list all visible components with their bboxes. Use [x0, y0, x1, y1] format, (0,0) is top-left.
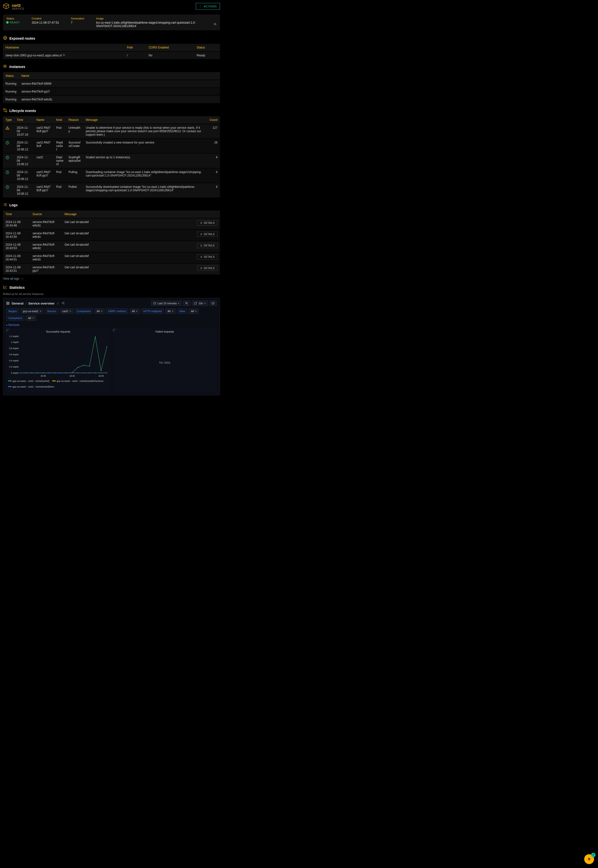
details-button[interactable]: DETAILS	[197, 232, 217, 237]
svg-text:1.2 reqs/s: 1.2 reqs/s	[9, 335, 19, 337]
tv-mode-button[interactable]	[209, 301, 217, 306]
svg-rect-74	[212, 303, 214, 304]
svg-text:0.2 reqs/s: 0.2 reqs/s	[9, 365, 19, 368]
filter-select[interactable]: All ▾	[130, 309, 140, 314]
generation-label: Generation	[71, 17, 84, 20]
status-value: READY	[10, 21, 20, 24]
legend-item[interactable]: gcp-us-east1 - cart2 - /carts/{cartId}/i…	[8, 385, 54, 388]
filter-label: Consumers	[6, 315, 24, 321]
svg-point-121	[37, 373, 38, 373]
chart-successful-requests[interactable]: i Successful requests 1.2 reqs/s1 reqs/s…	[6, 329, 110, 393]
svg-point-122	[43, 373, 43, 373]
table-row: steep-disk-2983.gcp-us-east1.apps.akka.s…	[3, 52, 220, 59]
status-label: Status	[6, 17, 20, 20]
info-icon: i	[113, 329, 114, 331]
actions-button[interactable]: ⋮ ACTIONS	[196, 3, 220, 10]
stats-heading: Statistics	[9, 286, 25, 289]
service-subtitle: SERVICE	[12, 7, 24, 10]
services-row-toggle[interactable]: ▾ Services	[6, 323, 217, 327]
clock-icon	[153, 302, 156, 305]
svg-text:16:35: 16:35	[40, 375, 46, 377]
filter-select[interactable]: All ▾	[165, 309, 175, 314]
no-data-label: No data	[113, 361, 217, 364]
svg-text:0.8 reqs/s: 0.8 reqs/s	[9, 347, 19, 350]
svg-point-133	[106, 373, 107, 373]
info-icon	[3, 154, 14, 168]
svg-rect-62	[8, 302, 9, 303]
svg-rect-9	[3, 109, 4, 110]
details-button[interactable]: DETAILS	[197, 265, 217, 271]
instances-heading: Instances	[9, 65, 25, 69]
svg-point-96	[78, 367, 78, 368]
dashboard-icon	[6, 301, 10, 305]
time-range-picker[interactable]: Last 15 minutes ▾	[151, 301, 182, 306]
zoom-out-button[interactable]	[183, 301, 190, 306]
table-row: 2024-11-08 16:06:12cart2-ff4d79cffReplic…	[3, 139, 220, 153]
copy-icon[interactable]	[214, 22, 217, 26]
filter-select[interactable]: cart2 ▾	[60, 309, 73, 314]
lifecycle-heading: Lifecycle events	[9, 109, 36, 113]
filter-label: Region	[6, 309, 19, 314]
legend-item[interactable]: gcp-us-east1 - cart2 - /carts/{cartId}/c…	[52, 380, 103, 382]
svg-point-132	[101, 373, 102, 373]
breadcrumb-root: General	[12, 301, 23, 305]
svg-rect-61	[7, 302, 7, 303]
svg-point-125	[60, 373, 61, 373]
filter-select[interactable]: All ▾	[26, 315, 36, 321]
lifecycle-table: TypeTimeNameKindReasonMessageCount2024-1…	[3, 116, 220, 198]
details-button[interactable]: DETAILS	[197, 243, 217, 248]
image-label: Image	[96, 17, 217, 20]
table-row: 2024-11-08 16:07:16cart2-ff4d79cff-pjcl7…	[3, 124, 220, 138]
svg-point-99	[95, 337, 96, 337]
svg-point-131	[95, 373, 96, 373]
view-all-logs-label: View all logs	[3, 277, 19, 280]
svg-point-21	[7, 172, 7, 172]
details-button[interactable]: DETAILS	[197, 220, 217, 225]
legend-item[interactable]: gcp-us-east1 - cart2 - /carts/{cartId}	[8, 380, 49, 382]
svg-point-100	[101, 370, 102, 371]
routes-heading: Exposed routes	[9, 36, 35, 40]
kebab-icon: ⋮	[199, 4, 202, 8]
table-row: 2024-11-08 16:06:12cart2-ff4d79cff-pjcl7…	[3, 183, 220, 197]
breadcrumb[interactable]: General / Service overview ☆	[6, 301, 65, 306]
logs-heading: Logs	[9, 203, 18, 207]
arrow-right-icon: →	[21, 277, 24, 280]
svg-line-73	[187, 304, 188, 304]
filter-select[interactable]: All ▾	[94, 309, 105, 314]
copy-icon[interactable]	[63, 54, 65, 57]
breadcrumb-sep: /	[25, 301, 26, 305]
table-row: 2024-11-08 16:43:50service-ff4d79cff-w6c…	[3, 230, 220, 240]
filter-label: View	[177, 309, 187, 314]
filter-label: Service	[45, 309, 58, 314]
star-icon[interactable]: ☆	[57, 301, 59, 305]
details-button[interactable]: DETAILS	[197, 254, 217, 260]
lifecycle-icon	[3, 108, 7, 113]
svg-point-118	[20, 373, 21, 373]
stats-icon	[3, 285, 7, 290]
table-row: 2024-11-08 16:43:51service-ff4d79cff-pjc…	[3, 264, 220, 274]
svg-rect-63	[7, 304, 7, 304]
table-row: 2024-11-08 16:06:12cart2DeploymentScalin…	[3, 154, 220, 168]
filter-select[interactable]: All ▾	[189, 309, 199, 314]
svg-text:1 reqs/s: 1 reqs/s	[11, 341, 19, 343]
services-row-label: Services	[8, 323, 19, 327]
refresh-interval-label: 10s	[199, 302, 203, 305]
filter-label: HTTP endpoint	[141, 309, 164, 314]
svg-point-101	[106, 347, 107, 347]
view-all-logs-link[interactable]: View all logs →	[3, 277, 220, 280]
table-row: 2024-11-08 16:43:53service-ff4d79cff-w6c…	[3, 241, 220, 252]
chart2-title: Failed requests	[115, 330, 215, 333]
filter-select[interactable]: gcp-us-east1 ▾	[21, 309, 43, 314]
share-icon[interactable]	[61, 301, 65, 306]
chart1-title: Successful requests	[8, 330, 108, 333]
svg-rect-64	[8, 304, 9, 304]
svg-text:0.4 reqs/s: 0.4 reqs/s	[9, 359, 19, 362]
chart-failed-requests[interactable]: i Failed requests No data	[113, 329, 217, 393]
svg-point-124	[54, 373, 55, 373]
svg-text:16:45: 16:45	[98, 375, 104, 377]
svg-line-68	[62, 302, 64, 303]
svg-text:0.6 reqs/s: 0.6 reqs/s	[9, 353, 19, 356]
refresh-button[interactable]: 10s ▾	[192, 301, 208, 306]
table-row: Runningservice-ff4d79cff-w6c8z	[3, 96, 220, 103]
service-cube-icon	[3, 3, 9, 10]
